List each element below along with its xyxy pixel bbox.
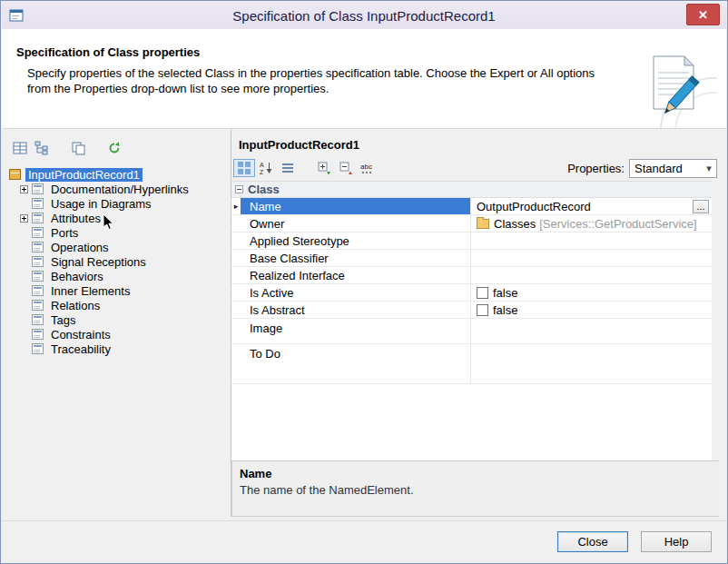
document-icon	[32, 198, 44, 209]
property-row-owner[interactable]: Owner Classes [Services::GetProductServi…	[231, 215, 712, 233]
selected-row-marker-icon: ▸	[231, 198, 241, 214]
properties-toolbar: A Z	[231, 155, 719, 181]
refresh-icon	[107, 141, 122, 155]
tree-item-constraints[interactable]: Constraints	[9, 327, 227, 341]
property-row-is-abstract[interactable]: Is Abstract false	[231, 302, 712, 319]
class-icon	[9, 169, 21, 180]
tree-item-inner-elements[interactable]: Inner Elements	[9, 283, 227, 298]
tree-item-attributes[interactable]: Attributes	[9, 211, 227, 225]
document-icon	[32, 285, 44, 296]
dialog-header: Specification of Class properties Specif…	[2, 29, 726, 129]
tree-item-documentation[interactable]: Documentation/Hyperlinks	[9, 182, 227, 196]
document-icon	[32, 300, 44, 311]
tree-item-relations[interactable]: Relations	[9, 298, 227, 312]
property-row-name[interactable]: ▸ Name OutputProductRecord ...	[231, 198, 712, 215]
collapse-nodes-button[interactable]	[335, 159, 357, 177]
document-icon	[32, 343, 44, 354]
group-row-class[interactable]: Class	[231, 182, 712, 198]
tree-view-button[interactable]	[31, 139, 53, 157]
expander-spacer	[20, 200, 28, 208]
help-button[interactable]: Help	[641, 531, 712, 552]
spelling-button[interactable]: abc	[357, 159, 379, 177]
owner-qualified-path: [Services::GetProductService]	[539, 217, 696, 231]
show-description-button[interactable]	[277, 159, 299, 177]
property-description-panel: Name The name of the NamedElement.	[231, 460, 719, 517]
document-icon	[32, 314, 44, 325]
categorized-view-icon	[237, 161, 251, 175]
property-row-base-classifier[interactable]: Base Classifier	[231, 250, 712, 267]
refresh-button[interactable]	[103, 139, 125, 157]
tree-item-usage-in-diagrams[interactable]: Usage in Diagrams	[9, 196, 227, 211]
element-title: InputProductRecord1	[231, 129, 719, 155]
properties-panel: InputProductRecord1 A Z	[231, 129, 719, 517]
is-active-value: false	[493, 286, 517, 300]
document-icon	[32, 329, 44, 340]
property-row-todo[interactable]: To Do	[231, 344, 712, 384]
header-title: Specification of Class properties	[16, 45, 200, 59]
property-row-applied-stereotype[interactable]: Applied Stereotype	[231, 233, 712, 250]
table-empty-area	[231, 384, 712, 460]
property-row-is-active[interactable]: Is Active false	[231, 284, 712, 302]
tree-item-operations[interactable]: Operations	[9, 240, 227, 254]
hierarchy-icon	[34, 141, 49, 155]
expand-all-icon	[317, 161, 331, 175]
expander-spacer	[20, 229, 28, 237]
expand-plus-icon[interactable]	[20, 185, 28, 193]
name-value: OutputProductRecord	[477, 200, 591, 213]
property-row-realized-interface[interactable]: Realized Interface	[231, 267, 712, 284]
collapse-minus-icon[interactable]	[235, 185, 243, 193]
tree-item-behaviors[interactable]: Behaviors	[9, 269, 227, 283]
property-row-image[interactable]: Image	[231, 319, 712, 344]
close-button[interactable]: Close	[557, 531, 628, 552]
tree-item-traceability[interactable]: Traceability	[9, 341, 227, 356]
is-abstract-checkbox[interactable]	[477, 304, 488, 316]
header-description: Specify properties of the selected Class…	[27, 65, 617, 96]
dialog-footer: Close Help	[2, 520, 726, 562]
categorized-view-button[interactable]	[233, 159, 255, 177]
properties-label: Properties:	[567, 162, 625, 175]
chevron-down-icon: ▾	[702, 163, 716, 174]
expander-spacer	[20, 302, 28, 310]
copy-icon	[71, 141, 85, 155]
list-lines-icon	[280, 161, 295, 175]
edit-name-button[interactable]: ...	[693, 200, 709, 213]
specification-document-icon	[630, 51, 717, 129]
sort-az-icon: A Z	[259, 161, 273, 175]
expander-spacer	[20, 331, 28, 339]
tree-item-ports[interactable]: Ports	[9, 225, 227, 240]
tree-item-root[interactable]: InputProductRecord1	[9, 167, 227, 182]
expander-spacer	[20, 345, 28, 353]
window-icon	[9, 8, 24, 23]
tree-panel: InputProductRecord1 Documentation/Hyperl…	[9, 138, 227, 515]
tree-item-tags[interactable]: Tags	[9, 312, 227, 327]
is-abstract-value: false	[493, 303, 517, 317]
owner-value: Classes	[494, 217, 536, 231]
description-text: The name of the NamedElement.	[240, 483, 712, 497]
tree-toolbar	[9, 138, 227, 158]
description-title: Name	[240, 467, 712, 480]
is-active-checkbox[interactable]	[477, 287, 488, 299]
expand-nodes-button[interactable]	[313, 159, 335, 177]
document-icon	[32, 183, 44, 194]
properties-dropdown-value: Standard	[635, 162, 683, 175]
clone-view-button[interactable]	[67, 139, 89, 157]
document-icon	[32, 271, 44, 282]
document-icon	[32, 256, 44, 267]
properties-view-button[interactable]	[9, 139, 31, 157]
specification-dialog: Specification of Class InputProductRecor…	[0, 0, 728, 564]
document-icon	[32, 213, 44, 223]
properties-dropdown[interactable]: Standard ▾	[629, 159, 717, 178]
svg-text:Z: Z	[260, 169, 264, 175]
expander-spacer	[20, 272, 28, 281]
table-view-icon	[13, 141, 27, 155]
sort-alphabetically-button[interactable]: A Z	[255, 159, 277, 177]
folder-icon	[477, 219, 489, 229]
expand-plus-icon[interactable]	[20, 214, 28, 223]
abc-icon: abc	[359, 161, 376, 175]
close-window-button[interactable]: ✕	[686, 4, 720, 25]
expander-spacer	[20, 316, 28, 324]
specification-tree: InputProductRecord1 Documentation/Hyperl…	[9, 167, 227, 356]
tree-item-signal-receptions[interactable]: Signal Receptions	[9, 254, 227, 269]
expander-spacer	[20, 287, 28, 295]
window-title: Specification of Class InputProductRecor…	[2, 8, 726, 24]
